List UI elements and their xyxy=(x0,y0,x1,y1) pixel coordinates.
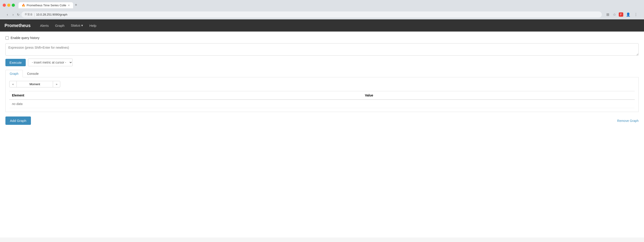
close-dot[interactable] xyxy=(3,3,6,7)
tab-graph[interactable]: Graph xyxy=(6,70,23,77)
moment-input[interactable] xyxy=(17,81,53,87)
tab-console[interactable]: Console xyxy=(23,70,43,77)
forward-button[interactable]: › xyxy=(11,12,15,17)
app-navbar: Prometheus Alerts Graph Status Help xyxy=(0,19,644,31)
tab-close-button[interactable]: ✕ xyxy=(68,4,70,7)
tab-bar: Graph Console xyxy=(6,70,638,77)
execute-button[interactable]: Execute xyxy=(6,59,26,66)
table-row-empty: no data xyxy=(9,100,635,108)
nav-alerts[interactable]: Alerts xyxy=(38,22,52,29)
nav-graph[interactable]: Graph xyxy=(52,22,67,29)
reload-button[interactable]: ↻ xyxy=(17,13,20,16)
remove-graph-link[interactable]: Remove Graph xyxy=(617,119,638,123)
back-button[interactable]: ‹ xyxy=(6,12,9,17)
col-element: Element xyxy=(9,91,362,100)
empty-message: no data xyxy=(9,100,635,108)
url-text: 10.0.28.251:9090/graph xyxy=(36,13,599,16)
query-history-label[interactable]: Enable query history xyxy=(10,36,40,40)
tab-content: « » Element Value no data xyxy=(6,77,638,112)
col-value: Value xyxy=(362,91,635,100)
app-brand[interactable]: Prometheus xyxy=(4,23,31,28)
nav-status[interactable]: Status xyxy=(68,22,86,29)
metric-select[interactable]: - insert metric at cursor - xyxy=(28,59,73,66)
expression-input[interactable] xyxy=(6,43,638,56)
add-graph-button[interactable]: Add Graph xyxy=(6,116,31,125)
maximize-dot[interactable] xyxy=(12,3,15,7)
query-history-row: Enable query history xyxy=(6,36,638,40)
browser-tab[interactable]: 🔥 Prometheus Time Series Colle ✕ xyxy=(18,2,73,8)
security-indicator: 不安全 xyxy=(24,13,33,16)
menu-button[interactable]: ⋮ xyxy=(633,12,638,17)
address-bar[interactable]: 不安全 | 10.0.28.251:9090/graph xyxy=(22,11,602,17)
nav-links: Alerts Graph Status Help xyxy=(38,22,99,29)
translate-button[interactable]: ⊞ xyxy=(606,12,610,17)
bookmark-button[interactable]: ☆ xyxy=(612,12,617,17)
tab-title: Prometheus Time Series Colle xyxy=(27,3,66,7)
moment-next-button[interactable]: » xyxy=(53,81,60,87)
moment-controls: « » xyxy=(9,81,635,87)
moment-prev-button[interactable]: « xyxy=(9,81,17,87)
tab-favicon: 🔥 xyxy=(22,3,25,7)
query-history-checkbox[interactable] xyxy=(6,36,9,40)
profile-button[interactable]: 👤 xyxy=(625,12,631,17)
main-content: Enable query history Execute - insert me… xyxy=(0,31,644,238)
new-tab-button[interactable]: + xyxy=(73,2,79,8)
nav-help[interactable]: Help xyxy=(87,22,99,29)
url-separator: | xyxy=(34,13,35,16)
execute-row: Execute - insert metric at cursor - xyxy=(6,59,638,66)
minimize-dot[interactable] xyxy=(7,3,10,7)
bottom-actions: Add Graph Remove Graph xyxy=(6,112,638,127)
extensions-button[interactable]: F xyxy=(619,12,623,17)
data-table: Element Value no data xyxy=(9,91,635,108)
